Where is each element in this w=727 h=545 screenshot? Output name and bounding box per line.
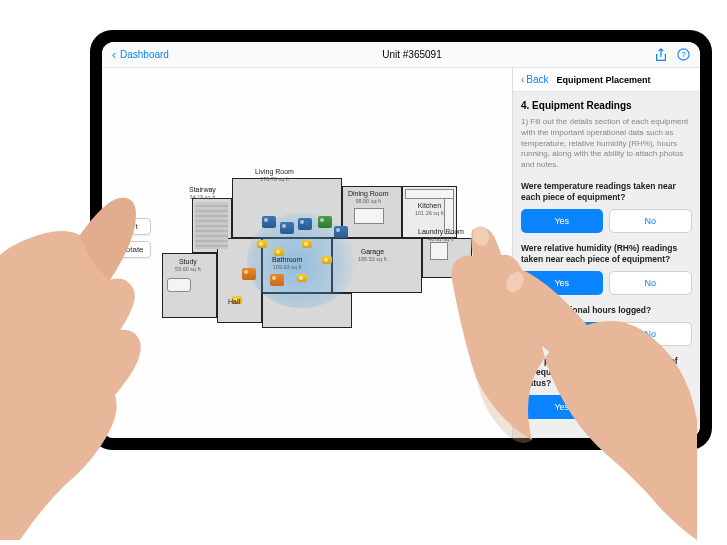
answer-yes-button[interactable]: Yes [521,271,603,295]
answer-no-button[interactable]: No [609,271,693,295]
panel-back-label: Back [526,74,548,85]
equipment-sensor[interactable] [302,240,312,248]
equipment-heater[interactable] [270,274,284,286]
chevron-left-icon: ‹ [521,74,524,85]
nav-back-button[interactable]: ‹ Dashboard [112,49,169,61]
section-title: 4. Equipment Readings [521,100,692,111]
nav-back-label: Dashboard [120,49,169,60]
question-text: Were relative humidity (RH%) readings ta… [521,243,692,265]
answer-yes-button[interactable]: Yes [521,322,603,346]
answer-no-button[interactable]: No [609,209,693,233]
side-panel: ‹ Back Equipment Placement 4. Equipment … [512,68,700,438]
rotate-label: Rotate [120,245,144,254]
room-label: Hall [228,298,240,305]
equipment-sensor[interactable] [274,248,284,256]
question-3: Were operational hours logged? Yes No [521,305,692,346]
equipment-heater[interactable] [242,268,256,280]
insert-label: Insert [118,222,138,231]
equipment-sensor[interactable] [257,240,267,248]
stairs-icon [195,202,228,249]
answer-yes-button[interactable]: Yes [521,209,603,233]
answer-yes-button[interactable]: Yes [521,395,603,419]
svg-text:?: ? [681,50,686,59]
room-label: Dining Room [348,190,388,197]
navbar: ‹ Dashboard Unit #365091 ? [102,42,700,68]
equipment-air-mover[interactable] [262,216,276,228]
room-garage[interactable] [332,238,422,293]
panel-header: ‹ Back Equipment Placement [513,68,700,92]
room-hall[interactable] [217,238,262,323]
main: + Insert ⟳ Rotate [102,68,700,438]
equipment-air-mover[interactable] [334,226,348,238]
rotate-icon: ⟳ [109,245,116,254]
equipment-air-mover[interactable] [280,222,294,234]
question-text: Were temperature readings taken near eac… [521,181,692,203]
laundry-unit [430,242,448,260]
page-title: Unit #365091 [382,49,442,60]
room-label: Laundry Room [418,228,464,235]
question-text: Were operational hours logged? [521,305,692,316]
floorplan-canvas[interactable]: + Insert ⟳ Rotate [102,68,512,438]
screen: ‹ Dashboard Unit #365091 ? + Ins [102,42,700,438]
room-label: Stairway [189,186,216,193]
panel-body: 4. Equipment Readings 1) Fill out the de… [513,92,700,437]
equipment-air-mover[interactable] [298,218,312,230]
question-2: Were relative humidity (RH%) readings ta… [521,243,692,295]
room-label: Garage [361,248,384,255]
dining-table [354,208,384,224]
equipment-sensor[interactable] [322,256,332,264]
room-lower[interactable] [262,293,352,328]
tablet-frame: ‹ Dashboard Unit #365091 ? + Ins [90,30,712,450]
chevron-left-icon: ‹ [112,49,116,61]
room-label: Bathroom [272,256,302,263]
help-icon[interactable]: ? [677,48,690,61]
insert-button[interactable]: + Insert [102,218,151,235]
share-icon[interactable] [655,48,667,62]
study-desk [167,278,191,292]
plus-icon: + [109,222,114,231]
section-description: 1) Fill out the details section of each … [521,117,692,171]
panel-back-button[interactable]: ‹ Back [521,74,549,85]
answer-no-button[interactable]: No [609,322,693,346]
answer-no-button[interactable]: No [609,395,693,419]
room-label: Kitchen [418,202,441,209]
panel-title: Equipment Placement [557,75,651,85]
room-label: Living Room [255,168,294,175]
equipment-sensor[interactable] [297,274,307,282]
rotate-button[interactable]: ⟳ Rotate [102,241,151,258]
equipment-dehumidifier[interactable] [318,216,332,228]
question-4: Were photos taken upon installation of t… [521,356,692,419]
question-1: Were temperature readings taken near eac… [521,181,692,233]
room-label: Study [179,258,197,265]
question-text: Were photos taken upon installation of t… [521,356,692,389]
floorplan: Living Room178.76 sq ft Dining Room98.90… [162,178,492,328]
